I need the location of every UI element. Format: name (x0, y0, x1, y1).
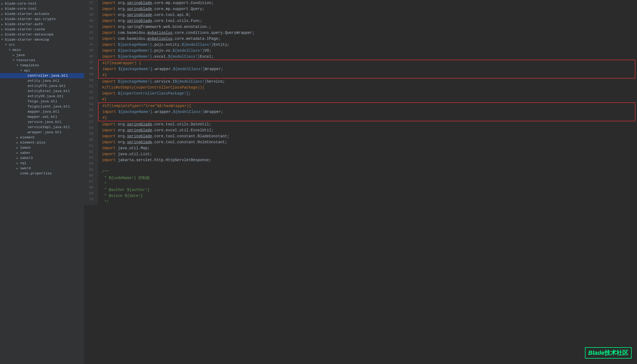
item-label: entityDTO.java.btl (28, 84, 66, 88)
tree-arrow: ▼ (11, 59, 16, 62)
line-number: 66 (84, 173, 95, 179)
sidebar-item-resources[interactable]: ▼resources (0, 58, 84, 63)
item-label: code.properties (20, 171, 52, 176)
item-label: controller.java.btl (28, 74, 68, 78)
item-label: blade-starter-cache (5, 27, 45, 31)
code-line: */ (102, 199, 632, 205)
item-label: blade-core-test (5, 2, 37, 6)
code-content: import org.springblade.core.mp.support.C… (98, 0, 637, 205)
sidebar-item-element-plus[interactable]: ▶element-plus (0, 140, 84, 145)
tree-arrow: ▼ (8, 48, 12, 51)
item-label: blade-starter-develop (5, 38, 49, 42)
code-line: * (102, 181, 632, 187)
watermark: Blade技术社区 (585, 347, 632, 359)
code-line: import org.springblade.core.tool.utils.F… (102, 18, 632, 24)
code-line: import org.springblade.core.tool.constan… (102, 133, 632, 139)
item-label: service.java.btl (28, 120, 62, 124)
tree-arrow: ▶ (15, 151, 20, 155)
code-line: import com.baomidou.mybatisplus.core.con… (102, 30, 632, 36)
code-line: import org.springframework.web.bind.anno… (102, 24, 632, 30)
item-label: blade-starter-datascope (5, 32, 53, 37)
sidebar-item-entityVO.java.btl[interactable]: entityVO.java.btl (0, 94, 84, 99)
code-line: /** (102, 169, 632, 175)
sidebar-item-blade-core-test[interactable]: ▶blade-core-test (0, 1, 84, 6)
code-line: import org.springblade.core.tool.utils.D… (102, 121, 632, 127)
item-label: entity.java.btl (28, 79, 59, 83)
sidebar-item-feignclient.java.btl[interactable]: feignclient.java.btl (0, 104, 84, 109)
sidebar-item-blade-starter-cache[interactable]: ▶blade-starter-cache (0, 27, 84, 32)
tree-arrow: ▼ (4, 43, 8, 46)
code-line: import jakarta.servlet.http.HttpServletR… (102, 157, 632, 163)
code-area: 3738394041424344454647484950515253545556… (84, 0, 637, 205)
item-label: sql (20, 161, 26, 165)
line-number: 44 (84, 42, 95, 48)
sidebar-item-code.properties[interactable]: code.properties (0, 171, 84, 176)
sidebar-item-api[interactable]: ▼api (0, 68, 84, 73)
sidebar-item-saber3[interactable]: ▶saber3 (0, 155, 84, 161)
line-number: 60 (84, 137, 95, 143)
sidebar-item-service.java.btl[interactable]: service.java.btl (0, 119, 84, 125)
sidebar-item-blade-starter-api-crypto[interactable]: ▶blade-starter-api-crypto (0, 17, 84, 22)
sidebar-item-element[interactable]: ▶element (0, 135, 84, 140)
code-line: import org.springblade.core.excel.util.E… (102, 127, 632, 133)
sidebar-item-feign.java.btl[interactable]: feign.java.btl (0, 99, 84, 104)
sidebar-item-sql[interactable]: ▶sql (0, 161, 84, 166)
item-label: resources (16, 58, 35, 62)
tree-arrow: ▶ (15, 146, 20, 150)
item-label: feign.java.btl (28, 99, 57, 103)
line-number: 40 (84, 18, 95, 24)
sidebar-item-entity.java.btl[interactable]: entity.java.btl (0, 78, 84, 83)
sidebar-item-controller.java.btl[interactable]: controller.java.btl (0, 73, 84, 78)
file-tree[interactable]: ▶blade-core-test▶blade-core-tool▶blade-s… (0, 0, 84, 364)
line-number: 45 (84, 48, 95, 54)
item-label: element-plus (20, 141, 46, 145)
line-number: 63 (84, 155, 95, 161)
sidebar-item-src[interactable]: ▼src (0, 42, 84, 47)
code-line: import ${packageName!}.wrapper.${modelCl… (102, 66, 631, 72)
code-line: * @author ${author!} (102, 187, 632, 193)
line-number: 53 (84, 95, 95, 101)
tree-arrow: ▶ (0, 7, 4, 11)
sidebar-item-mapper.xml.btl[interactable]: mapper.xml.btl (0, 114, 84, 119)
sidebar-item-entityDTO.java.btl[interactable]: entityDTO.java.btl (0, 83, 84, 89)
code-line: import com.baomidou.mybatisplus.core.met… (102, 36, 632, 42)
line-number: 70 (84, 197, 95, 203)
sidebar-item-serviceImpl.java.btl[interactable]: serviceImpl.java.btl (0, 125, 84, 130)
line-number: 47 (84, 60, 95, 66)
sidebar-item-blade-starter-develop[interactable]: ▼blade-starter-develop (0, 37, 84, 42)
tree-arrow: ▼ (0, 38, 4, 41)
code-line: * ${codeName!} 控制器 (102, 175, 632, 181)
code-line: import java.util.List; (102, 151, 632, 157)
code-line: import org.springblade.core.mp.support.C… (102, 0, 632, 6)
item-label: main (12, 48, 21, 52)
tree-arrow: ▶ (11, 54, 16, 57)
sidebar-item-mapper.java.btl[interactable]: mapper.java.btl (0, 109, 84, 114)
code-line: import org.springblade.core.tool.api.R; (102, 12, 632, 18)
line-number: 54 (84, 101, 95, 107)
line-numbers: 3738394041424344454647484950515253545556… (84, 0, 98, 205)
item-label: api (24, 69, 30, 73)
code-line (102, 163, 632, 169)
code-line: import ${packageName!}.pojo.vo.${modelCl… (102, 48, 632, 54)
sidebar-item-blade-core-tool[interactable]: ▶blade-core-tool (0, 6, 84, 11)
sidebar-item-lemon[interactable]: ▶lemon (0, 145, 84, 150)
sidebar-item-main[interactable]: ▼main (0, 47, 84, 53)
sidebar-item-blade-starter-datascope[interactable]: ▶blade-starter-datascope (0, 32, 84, 37)
sidebar-item-sword[interactable]: ▶sword (0, 166, 84, 171)
line-number: 68 (84, 185, 95, 191)
line-number: 38 (84, 6, 95, 12)
sidebar-item-blade-starter-auth[interactable]: ▶blade-starter-auth (0, 22, 84, 27)
sidebar-item-entityExcel.java.btl[interactable]: entityExcel.java.btl (0, 89, 84, 94)
tree-arrow: ▼ (19, 69, 23, 72)
sidebar-item-saber[interactable]: ▶saber (0, 150, 84, 155)
item-label: serviceImpl.java.btl (28, 125, 70, 129)
tree-arrow: ▶ (0, 2, 4, 5)
line-number: 62 (84, 149, 95, 155)
code-line: import org.springblade.core.tool.constan… (102, 139, 632, 145)
sidebar-item-java[interactable]: ▶java (0, 53, 84, 58)
sidebar-item-blade-starter-actuate[interactable]: ▶blade-starter-actuate (0, 11, 84, 17)
sidebar-item-templates[interactable]: ▼templates (0, 63, 84, 68)
highlight-region: #if(hasWrapper) {import ${packageName!}.… (98, 60, 635, 79)
watermark-text: Blade (588, 349, 604, 356)
sidebar-item-wrapper.java.btl[interactable]: wrapper.java.btl (0, 130, 84, 135)
